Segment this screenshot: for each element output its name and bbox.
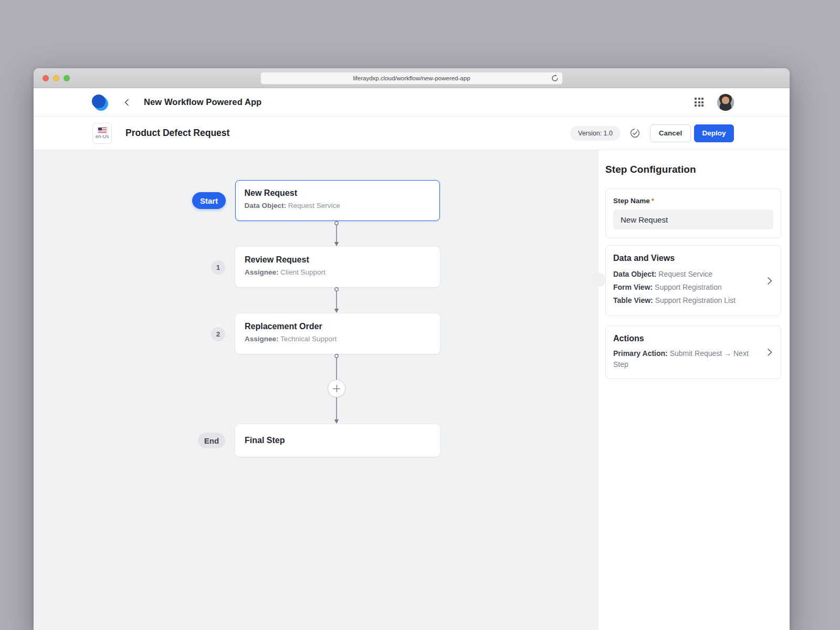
cancel-button[interactable]: Cancel — [650, 124, 691, 142]
us-flag-icon — [98, 128, 107, 133]
locale-selector[interactable]: en-Us — [92, 123, 112, 144]
step-number-badge: 2 — [211, 327, 225, 341]
step-title: New Request — [245, 188, 431, 198]
step-meta: Data Object: Request Service — [245, 202, 431, 209]
app-header: New Workflow Powered App — [34, 88, 790, 117]
workflow-step-final-step[interactable]: Final Step — [235, 424, 440, 457]
step-name-input[interactable] — [613, 209, 773, 229]
liferay-logo — [91, 94, 108, 111]
back-button[interactable] — [122, 97, 132, 108]
table-view-row: Table View: Support Registration List — [613, 294, 758, 307]
data-and-views-card[interactable]: Data and Views Data Object: Request Serv… — [605, 245, 781, 316]
workflow-step-replacement-order[interactable]: Replacement Order Assignee: Technical Su… — [235, 313, 440, 354]
step-title: Review Request — [245, 255, 430, 265]
browser-chrome: liferaydxp.cloud/workflow/new-powered-ap… — [34, 68, 790, 88]
zoom-window-button[interactable] — [64, 75, 70, 81]
connector-arrow — [332, 287, 341, 313]
workflow-step-review-request[interactable]: Review Request Assignee: Client Support — [235, 247, 440, 287]
step-name-card: Step Name* — [605, 188, 781, 238]
panel-title: Step Configuration — [605, 164, 781, 175]
url-text: liferaydxp.cloud/workflow/new-powered-ap… — [353, 75, 470, 81]
step-title: Replacement Order — [245, 322, 430, 331]
step-configuration-panel: Step Configuration Step Name* Data and V… — [598, 150, 790, 630]
step-name-label: Step Name* — [613, 197, 773, 205]
actions-title: Actions — [613, 334, 758, 343]
chevron-right-icon — [765, 348, 774, 357]
page-title: New Workflow Powered App — [144, 97, 261, 107]
reload-icon[interactable] — [551, 74, 559, 82]
step-title: Final Step — [245, 436, 285, 445]
start-node-badge: Start — [192, 192, 226, 209]
chevron-left-icon — [123, 98, 131, 107]
browser-window: liferaydxp.cloud/workflow/new-powered-ap… — [34, 68, 790, 630]
required-asterisk: * — [652, 197, 654, 205]
step-meta: Assignee: Technical Support — [245, 335, 430, 343]
locale-label: en-Us — [96, 134, 109, 139]
workflow-canvas: Start New Request Data Object: Request S… — [34, 150, 598, 630]
version-badge: Version: 1.0 — [570, 126, 621, 141]
chevron-right-icon — [765, 276, 774, 286]
end-node-badge: End — [198, 433, 225, 448]
primary-action-row: Primary Action: Submit Request → Next St… — [613, 348, 758, 370]
connector-arrow — [332, 221, 341, 247]
traffic-lights — [43, 75, 70, 81]
minimize-window-button[interactable] — [53, 75, 59, 81]
data-object-row: Data Object: Request Service — [613, 268, 758, 281]
panel-collapse-handle[interactable] — [591, 272, 606, 287]
data-and-views-title: Data and Views — [613, 254, 758, 263]
add-step-button[interactable] — [328, 380, 345, 397]
step-number-badge: 1 — [211, 260, 225, 275]
workflow-toolbar: en-Us Product Defect Request Version: 1.… — [34, 117, 790, 150]
workflow-step-new-request[interactable]: New Request Data Object: Request Service — [235, 180, 440, 221]
close-window-button[interactable] — [43, 75, 49, 81]
deploy-button[interactable]: Deploy — [694, 124, 734, 142]
actions-card[interactable]: Actions Primary Action: Submit Request →… — [605, 326, 781, 379]
form-view-row: Form View: Support Registration — [613, 281, 758, 294]
app-launcher-icon[interactable] — [695, 98, 704, 107]
step-meta: Assignee: Client Support — [245, 268, 430, 276]
workflow-title: Product Defect Request — [125, 128, 229, 139]
check-circle-icon — [629, 128, 640, 139]
address-bar[interactable]: liferaydxp.cloud/workflow/new-powered-ap… — [260, 72, 563, 85]
user-avatar[interactable] — [717, 94, 734, 111]
